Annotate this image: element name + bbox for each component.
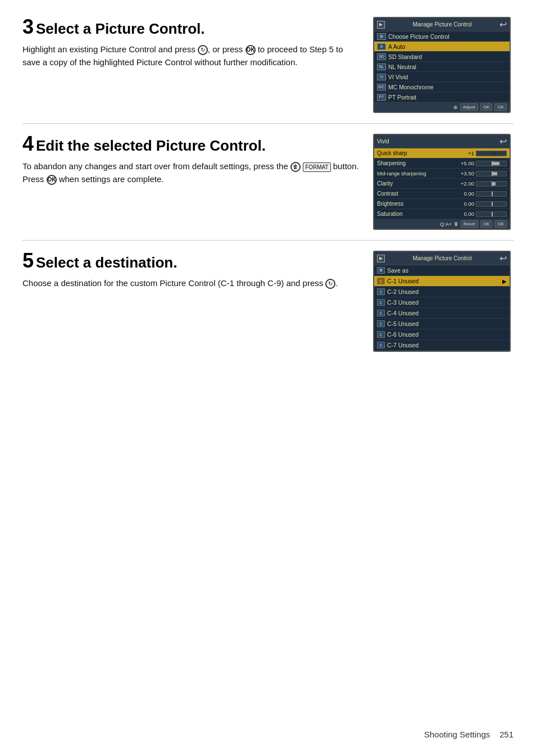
step-5-title: Select a destination. — [36, 254, 177, 271]
lcd3-item-3: C C-4 Unused — [374, 308, 510, 319]
lcd2-titlebar: Vivid ↩ — [374, 135, 510, 148]
lcd2-row-3: Clarity +2.00 — [374, 179, 510, 189]
page: 3 Select a Picture Control. Highlight an… — [0, 0, 536, 756]
step-5-screen: ▶ Manage Picture Control ↩ ✿ Save as C C… — [373, 251, 514, 352]
lcd3-item-5: C C-6 Unused — [374, 329, 510, 340]
lcd3-arrow-0: ▶ — [502, 278, 507, 284]
step-4-screen: Vivid ↩ Quick sharp +1 Sharpening +5.00 — [373, 134, 514, 230]
lcd2-val-5: 0.00 — [453, 201, 474, 207]
nav-icon-3a: ↻ — [198, 45, 208, 55]
step-4-left: 4 Edit the selected Picture Control. To … — [22, 134, 373, 230]
lcd1-label-1: SD Standard — [388, 53, 422, 60]
lcd3-icon-2: C — [377, 299, 385, 306]
lcd1-item-3: VI VI Vivid — [374, 72, 510, 82]
lcd2-fill-1 — [492, 162, 499, 165]
lcd3-item-1: C C-2 Unused — [374, 287, 510, 297]
lcd2-val-3: +2.00 — [453, 180, 474, 187]
lcd3-item-6: C C-7 Unused — [374, 340, 510, 351]
trash-icon: 🗑 — [290, 162, 301, 172]
step-4-heading: 4 Edit the selected Picture Control. — [22, 134, 362, 155]
lcd2-slider-1 — [476, 161, 507, 166]
lcd3-title: Manage Picture Control — [412, 255, 471, 261]
lcd2-label-5: Brightness — [377, 201, 453, 207]
lcd1-label-4: MC Monochrome — [388, 84, 434, 90]
lcd2-fill-3 — [492, 182, 496, 185]
lcd3-subtitle-row: ✿ Save as — [374, 265, 510, 276]
lcd3-item-2: C C-3 Unused — [374, 297, 510, 308]
lcd2-fill-2 — [492, 172, 497, 175]
lcd1-item-5: PT PT Portrait — [374, 92, 510, 102]
lcd2-row-5: Brightness 0.00 — [374, 199, 510, 209]
lcd1-adjust-btn: Adjust — [460, 103, 478, 111]
lcd1-subtitle: Choose Picture Control — [388, 33, 449, 40]
step-5-number: 5 — [22, 249, 34, 272]
lcd2-slider-5 — [476, 201, 507, 207]
lcd1-label-0: A Auto — [388, 43, 405, 50]
lcd2-ok-btn1: OK — [480, 220, 493, 228]
lcd3-icon-1: C — [377, 288, 385, 295]
lcd2-ok-btn2: OK — [494, 220, 507, 228]
lcd1-ok-btn2: OK — [494, 103, 507, 111]
lcd3-icon-4: C — [377, 320, 385, 327]
lcd1-label-5: PT Portrait — [388, 94, 416, 101]
lcd2-slider-4 — [476, 191, 507, 197]
lcd1-item-2: NL NL Neutral — [374, 62, 510, 72]
lcd1-item-0: A A Auto — [374, 42, 510, 52]
lcd3-item-0: C C-1 Unused ▶ — [374, 276, 510, 287]
lcd1-item-4: MC MC Monochrome — [374, 82, 510, 92]
lcd2-row-4: Contrast 0.00 — [374, 189, 510, 199]
step-5-left: 5 Select a destination. Choose a destina… — [22, 251, 373, 352]
lcd2-slider-2 — [476, 171, 507, 176]
lcd3-label-3: C-4 Unused — [387, 310, 419, 316]
lcd-screen-3: ▶ Manage Picture Control ↩ ✿ Save as C C… — [373, 251, 511, 352]
step-3-screen: ▶ Manage Picture Control ↩ ✿ Choose Pict… — [373, 17, 514, 113]
lcd1-icon-3: VI — [377, 74, 386, 80]
lcd1-titlebar: ▶ Manage Picture Control ↩ — [374, 18, 510, 31]
lcd1-adjust-icon: ⊕ — [453, 105, 458, 110]
step-3-left: 3 Select a Picture Control. Highlight an… — [22, 17, 373, 113]
step-5-heading: 5 Select a destination. — [22, 251, 362, 271]
lcd1-menu-icon: ▶ — [377, 21, 385, 29]
lcd2-label-2: Mid-range sharpening — [377, 171, 453, 176]
lcd2-back-icon: ↩ — [499, 136, 507, 147]
lcd3-label-4: C-5 Unused — [387, 320, 419, 327]
lcd1-icon-0: A — [377, 43, 386, 50]
lcd1-subtitle-row: ✿ Choose Picture Control — [374, 31, 510, 42]
lcd1-icon-1: SD — [377, 53, 386, 60]
lcd2-label-3: Clarity — [377, 180, 453, 187]
lcd1-ok-btn1: OK — [480, 103, 493, 111]
ok-icon-4: OK — [47, 175, 57, 185]
format-btn: FORMAT — [303, 162, 330, 172]
step-5-section: 5 Select a destination. Choose a destina… — [22, 251, 514, 362]
step-4-section: 4 Edit the selected Picture Control. To … — [22, 134, 514, 241]
lcd2-row-2: Mid-range sharpening +3.50 — [374, 169, 510, 179]
lcd2-spacer: 🗑 — [454, 221, 458, 227]
lcd2-slider-6 — [476, 211, 507, 217]
lcd3-icon-6: C — [377, 342, 385, 348]
lcd1-icon-4: MC — [377, 84, 386, 90]
lcd3-titlebar: ▶ Manage Picture Control ↩ — [374, 252, 510, 265]
lcd2-fill-0 — [492, 152, 496, 155]
lcd1-title: Manage Picture Control — [412, 21, 471, 28]
footer-page-number: 251 — [499, 730, 514, 739]
lcd1-icon-2: NL — [377, 64, 386, 70]
lcd2-footer: Q:A+ 🗑 Reset OK OK — [374, 219, 510, 229]
lcd2-slider-3 — [476, 181, 507, 187]
step-4-title: Edit the selected Picture Control. — [36, 137, 266, 154]
footer-label: Shooting Settings — [424, 730, 490, 739]
lcd2-title: Vivid — [377, 138, 389, 144]
lcd3-icon-0: C — [377, 278, 385, 284]
step-3-section: 3 Select a Picture Control. Highlight an… — [22, 17, 514, 124]
lcd3-label-2: C-3 Unused — [387, 299, 419, 306]
nav-icon-5: ↻ — [325, 279, 335, 289]
lcd2-label-4: Contrast — [377, 191, 453, 197]
lcd2-q-icon: Q:A+ — [440, 221, 452, 227]
lcd1-back-icon: ↩ — [499, 19, 507, 30]
lcd2-val-0: +1 — [453, 150, 474, 156]
lcd2-label-1: Sharpening — [377, 160, 453, 166]
lcd2-reset-btn: Reset — [461, 220, 478, 228]
lcd1-footer: ⊕ Adjust OK OK — [374, 102, 510, 112]
lcd3-back-icon: ↩ — [499, 253, 507, 264]
lcd1-label-2: NL Neutral — [388, 64, 416, 70]
lcd2-val-6: 0.00 — [453, 211, 474, 217]
